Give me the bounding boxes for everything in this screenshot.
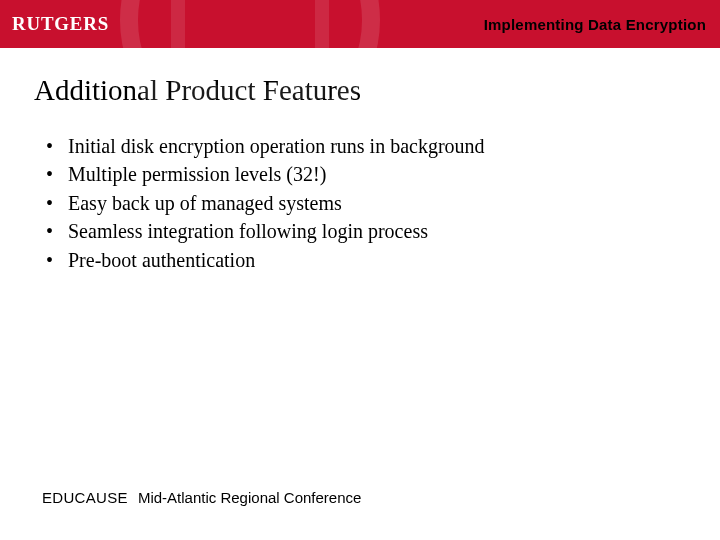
list-item: Seamless integration following login pro… <box>46 218 720 244</box>
list-item: Easy back up of managed systems <box>46 190 720 216</box>
header-title: Implementing Data Encryption <box>484 16 706 33</box>
list-item: Pre-boot authentication <box>46 247 720 273</box>
bullet-list: Initial disk encryption operation runs i… <box>46 133 720 273</box>
list-item: Initial disk encryption operation runs i… <box>46 133 720 159</box>
footer: EDUCAUSE Mid-Atlantic Regional Conferenc… <box>42 489 361 506</box>
slide-title: Additional Product Features <box>34 74 720 107</box>
footer-event: Mid-Atlantic Regional Conference <box>138 489 361 506</box>
list-item: Multiple permission levels (32!) <box>46 161 720 187</box>
logo-text: RUTGERS <box>12 13 109 34</box>
rutgers-logo: RUTGERS <box>12 9 132 39</box>
header-bar: RUTGERS Implementing Data Encryption <box>0 0 720 48</box>
footer-org: EDUCAUSE <box>42 489 128 506</box>
